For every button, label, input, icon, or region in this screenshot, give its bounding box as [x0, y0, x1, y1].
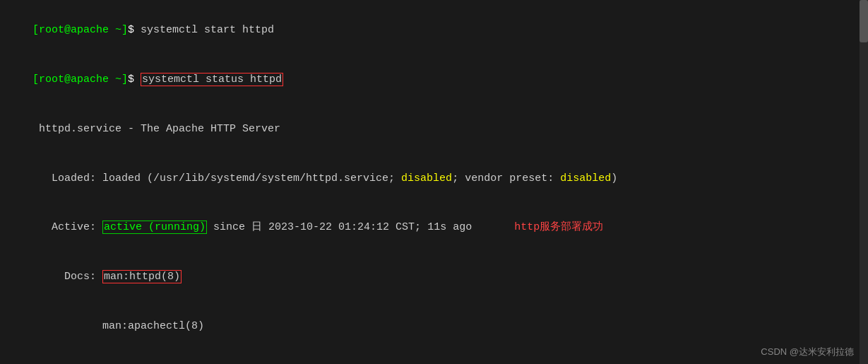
scrollbar[interactable] — [860, 0, 868, 364]
scrollbar-thumb[interactable] — [860, 0, 868, 42]
loaded-sep: ; vendor preset: — [452, 172, 560, 184]
terminal-window: [root@apache ~]$ systemctl start httpd [… — [0, 0, 868, 364]
prompt-user-2: [root@apache ~] — [32, 74, 128, 86]
prompt-user-1: [root@apache ~] — [32, 24, 128, 36]
loaded-label: Loaded: loaded (/usr/lib/systemd/system/… — [32, 172, 401, 184]
cmd-1: systemctl start httpd — [134, 24, 274, 36]
terminal-line-4: Loaded: loaded (/usr/lib/systemd/system/… — [7, 153, 861, 203]
docs-man2: man:apachectl(8) — [32, 320, 204, 332]
cmd-boxed-2: systemctl status httpd — [141, 73, 283, 86]
active-since: since 日 2023-10-22 01:24:12 CST; 11s ago — [207, 221, 472, 233]
active-status: active (running) — [104, 221, 206, 233]
active-label: Active: — [32, 221, 102, 233]
active-status-boxed: active (running) — [102, 221, 207, 234]
terminal-line-8: Main PID: 58500 (httpd) — [7, 351, 861, 364]
terminal-line-3: httpd.service - The Apache HTTP Server — [7, 105, 861, 154]
loaded-preset: disabled — [560, 172, 611, 184]
watermark: CSDN @达米安利拉德 — [761, 346, 854, 358]
docs-man-boxed: man:httpd(8) — [102, 270, 182, 283]
terminal-line-1: [root@apache ~]$ systemctl start httpd — [7, 6, 861, 55]
docs-label: Docs: — [32, 271, 102, 283]
chinese-note: http服务部署成功 — [514, 221, 603, 233]
terminal-line-5: Active: active (running) since 日 2023-10… — [7, 203, 861, 252]
terminal-line-6: Docs: man:httpd(8) — [7, 252, 861, 302]
terminal-line-2: [root@apache ~]$ systemctl status httpd — [7, 55, 861, 105]
terminal-line-7: man:apachectl(8) — [7, 302, 861, 351]
loaded-status: disabled — [401, 172, 452, 184]
cmd-spacer — [134, 74, 141, 86]
prompt-dollar-2: $ — [128, 74, 134, 86]
prompt-dollar-1: $ — [128, 24, 134, 36]
service-title: httpd.service - The Apache HTTP Server — [32, 123, 280, 135]
loaded-end: ) — [611, 172, 617, 184]
